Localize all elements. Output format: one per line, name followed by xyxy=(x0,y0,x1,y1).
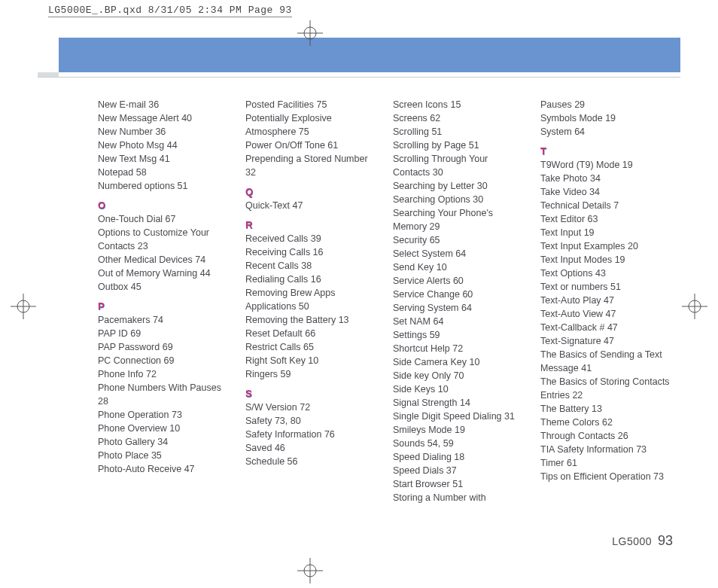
index-entry: Saved 46 xyxy=(245,441,378,455)
index-entry: Symbols Mode 19 xyxy=(540,111,673,125)
index-entry: Text or numbers 51 xyxy=(540,280,673,294)
index-columns: New E-mail 36New Message Alert 40New Num… xyxy=(98,98,673,504)
index-entry: Text-Auto Play 47 xyxy=(540,294,673,307)
index-entry: Searching Your Phone's Memory 29 xyxy=(393,206,525,233)
footer-page-number: 93 xyxy=(658,533,673,548)
index-entry: Posted Facilities 75 xyxy=(245,98,378,111)
index-column: Screen Icons 15Screens 62Scrolling 51Scr… xyxy=(393,98,525,504)
index-entry: Outbox 45 xyxy=(98,280,230,294)
index-entry: Pauses 29 xyxy=(540,98,673,111)
index-entry: Phone Numbers With Pauses 28 xyxy=(98,381,230,408)
svg-point-6 xyxy=(17,300,29,312)
index-entry: New Message Alert 40 xyxy=(98,111,230,125)
index-entry: Photo-Auto Receive 47 xyxy=(98,462,230,476)
index-entry: The Basics of Sending a Text Message 41 xyxy=(540,348,673,375)
index-entry: Scrolling by Page 51 xyxy=(393,139,525,152)
index-entry: One-Touch Dial 67 xyxy=(98,212,230,226)
index-entry: Safety 73, 80 xyxy=(245,414,378,428)
index-column: Posted Facilities 75Potentially Explosiv… xyxy=(245,98,378,504)
index-entry: Removing Brew Apps Applications 50 xyxy=(245,286,378,313)
index-entry: Removing the Battery 13 xyxy=(245,313,378,327)
index-entry: Text-Auto View 47 xyxy=(540,307,673,321)
index-entry: Storing a Number with xyxy=(393,491,525,504)
index-entry: Send Key 10 xyxy=(393,260,525,274)
index-entry: Side Keys 10 xyxy=(393,382,525,396)
index-entry: Potentially Explosive Atmosphere 75 xyxy=(245,111,378,139)
index-entry: Take Photo 34 xyxy=(540,172,673,185)
index-entry: Reset Default 66 xyxy=(245,327,378,340)
index-entry: Phone Overview 10 xyxy=(98,422,230,435)
index-entry: Right Soft Key 10 xyxy=(245,354,378,367)
index-column: Pauses 29Symbols Mode 19System 64TT9Word… xyxy=(540,98,673,504)
index-entry: Ringers 59 xyxy=(245,367,378,381)
index-entry: Serving System 64 xyxy=(393,301,525,315)
index-entry: Received Calls 39 xyxy=(245,232,378,245)
index-letter: S xyxy=(245,387,378,401)
index-entry: T9Word (T9) Mode 19 xyxy=(540,158,673,172)
print-meta-header: LG5000E_.BP.qxd 8/31/05 2:34 PM Page 93 xyxy=(48,5,292,17)
index-entry: Searching Options 30 xyxy=(393,193,525,206)
index-entry: Speed Dialing 18 xyxy=(393,450,525,464)
index-entry: Tips on Efficient Operation 73 xyxy=(540,470,673,483)
index-entry: Prepending a Stored Number 32 xyxy=(245,152,378,179)
index-entry: Screen Icons 15 xyxy=(393,98,525,111)
index-entry: Safety Information 76 xyxy=(245,428,378,441)
index-entry: The Basics of Storing Contacts Entries 2… xyxy=(540,375,673,402)
index-entry: Text Options 43 xyxy=(540,267,673,280)
index-entry: Phone Info 72 xyxy=(98,367,230,381)
index-entry: Service Change 60 xyxy=(393,288,525,301)
index-entry: Text-Signature 47 xyxy=(540,334,673,348)
index-entry: Quick-Text 47 xyxy=(245,199,378,212)
index-entry: Single Digit Speed Dialing 31 xyxy=(393,410,525,423)
index-entry: Pacemakers 74 xyxy=(98,313,230,327)
header-rule xyxy=(38,77,680,78)
index-entry: Redialing Calls 16 xyxy=(245,273,378,286)
index-entry: PC Connection 69 xyxy=(98,354,230,367)
index-entry: PAP Password 69 xyxy=(98,340,230,354)
index-entry: Side key Only 70 xyxy=(393,369,525,382)
index-entry: Shortcut Help 72 xyxy=(393,342,525,355)
svg-point-9 xyxy=(689,300,701,312)
index-entry: Notepad 58 xyxy=(98,166,230,179)
index-entry: Timer 61 xyxy=(540,456,673,470)
index-entry: Side Camera Key 10 xyxy=(393,355,525,369)
page: LG5000E_.BP.qxd 8/31/05 2:34 PM Page 93 … xyxy=(0,0,718,588)
index-entry: Text-Callback # 47 xyxy=(540,321,673,334)
page-footer: LG5000 93 xyxy=(612,533,673,549)
index-entry: Text Editor 63 xyxy=(540,212,673,226)
index-entry: The Battery 13 xyxy=(540,402,673,416)
index-entry: Out of Memory Warning 44 xyxy=(98,267,230,280)
index-entry: S/W Version 72 xyxy=(245,401,378,414)
index-letter: P xyxy=(98,300,230,313)
index-letter: T xyxy=(540,145,673,158)
index-entry: Restrict Calls 65 xyxy=(245,340,378,354)
index-letter: R xyxy=(245,218,378,232)
index-entry: Settings 59 xyxy=(393,328,525,342)
index-entry: Service Alerts 60 xyxy=(393,274,525,288)
index-entry: Text Input Examples 20 xyxy=(540,239,673,253)
index-entry: TIA Safety Information 73 xyxy=(540,443,673,456)
index-entry: Screens 62 xyxy=(393,111,525,125)
index-entry: Recent Calls 38 xyxy=(245,259,378,273)
index-entry: Sounds 54, 59 xyxy=(393,437,525,450)
index-entry: Text Input Modes 19 xyxy=(540,253,673,267)
index-letter: O xyxy=(98,199,230,212)
index-letter: Q xyxy=(245,185,378,199)
index-entry: Theme Colors 62 xyxy=(540,416,673,429)
index-entry: New Photo Msg 44 xyxy=(98,139,230,152)
index-entry: Options to Customize Your Contacts 23 xyxy=(98,226,230,253)
index-entry: New E-mail 36 xyxy=(98,98,230,111)
index-entry: Scrolling 51 xyxy=(393,125,525,139)
index-entry: Phone Operation 73 xyxy=(98,408,230,422)
index-entry: System 64 xyxy=(540,125,673,139)
svg-point-3 xyxy=(304,565,316,577)
index-entry: Power On/Off Tone 61 xyxy=(245,139,378,152)
index-entry: Speed Dials 37 xyxy=(393,464,525,477)
index-entry: New Number 36 xyxy=(98,125,230,139)
index-column: New E-mail 36New Message Alert 40New Num… xyxy=(98,98,230,504)
index-entry: Set NAM 64 xyxy=(393,315,525,328)
index-entry: Text Input 19 xyxy=(540,226,673,239)
index-entry: Start Browser 51 xyxy=(393,477,525,491)
index-entry: New Text Msg 41 xyxy=(98,152,230,166)
index-entry: Through Contacts 26 xyxy=(540,429,673,443)
